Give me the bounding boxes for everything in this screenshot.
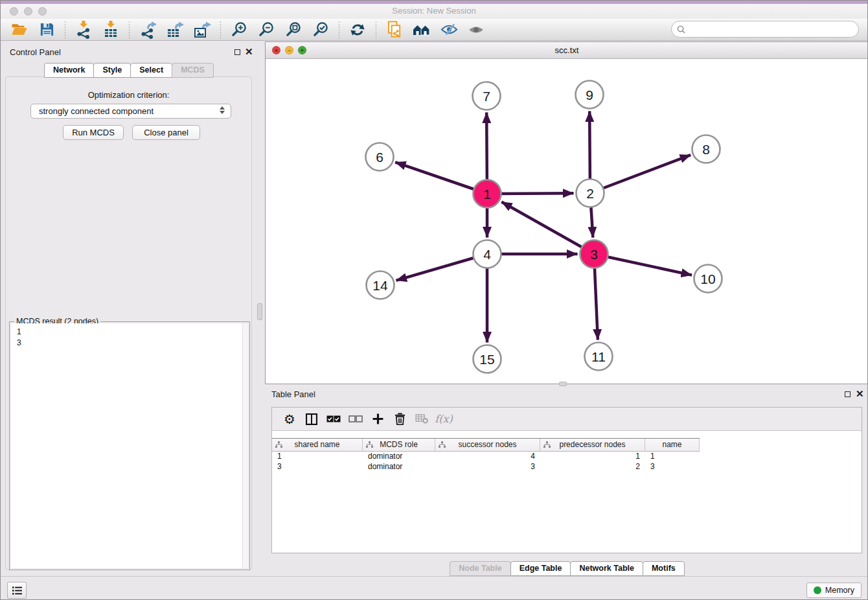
- column-header-MCDS-role[interactable]: MCDS role: [363, 439, 435, 452]
- control-panel-title: Control Panel: [10, 47, 61, 57]
- edge-2-8[interactable]: [590, 155, 691, 193]
- delete-table-icon: [411, 410, 433, 429]
- table-cell[interactable]: 1: [272, 451, 363, 461]
- table-cell[interactable]: 1: [645, 451, 700, 461]
- table-cell[interactable]: 3: [272, 461, 363, 472]
- select-all-checkboxes-icon[interactable]: [323, 410, 345, 429]
- refresh-network-icon[interactable]: [348, 21, 367, 39]
- tab-style[interactable]: Style: [93, 63, 131, 78]
- vertical-splitter-handle[interactable]: [257, 303, 262, 320]
- dropdown-stepper-icon: [220, 106, 225, 114]
- table-cell[interactable]: 1: [540, 451, 645, 461]
- table-row[interactable]: 1dominator411: [272, 451, 700, 461]
- close-panel-button[interactable]: Close panel: [132, 125, 200, 140]
- table-cell[interactable]: 4: [435, 451, 540, 461]
- tab-motifs[interactable]: Motifs: [643, 561, 685, 576]
- application-window: Session: New Session Control Panel ✕ Net…: [0, 0, 868, 600]
- mcds-result-text: 1 3: [11, 323, 248, 349]
- graph-node-label-7: 7: [483, 89, 490, 104]
- add-column-icon[interactable]: [367, 410, 389, 429]
- table-cell[interactable]: 2: [540, 461, 645, 472]
- search-box[interactable]: [671, 21, 859, 38]
- horizontal-splitter-handle[interactable]: [559, 382, 567, 386]
- toolbar-separator: [339, 21, 339, 38]
- zoom-fit-icon[interactable]: [284, 21, 303, 39]
- table-close-panel-icon[interactable]: ✕: [856, 390, 864, 397]
- dropdown-selected-value: strongly connected component: [39, 106, 154, 116]
- network-graph[interactable]: 7968124314101511: [266, 59, 868, 384]
- tab-network-table[interactable]: Network Table: [570, 561, 643, 576]
- search-icon: [677, 25, 685, 34]
- table-cell[interactable]: dominator: [363, 461, 435, 472]
- tab-network[interactable]: Network: [44, 63, 94, 78]
- table-panel-title: Table Panel: [271, 389, 315, 399]
- list-icon: [12, 586, 23, 595]
- float-panel-icon[interactable]: [234, 49, 240, 55]
- titlebar: Session: New Session: [1, 4, 867, 19]
- close-panel-icon[interactable]: ✕: [245, 48, 253, 55]
- optimization-criterion-dropdown[interactable]: strongly connected component: [30, 104, 231, 119]
- table-cell[interactable]: 3: [645, 461, 700, 472]
- open-session-icon[interactable]: [10, 21, 29, 39]
- deselect-all-checkboxes-icon[interactable]: [345, 410, 367, 429]
- graph-node-label-11: 11: [591, 349, 606, 364]
- tab-select[interactable]: Select: [130, 63, 172, 78]
- memory-button[interactable]: Memory: [806, 583, 862, 598]
- delete-column-icon[interactable]: [389, 410, 411, 429]
- table-float-panel-icon[interactable]: [845, 391, 851, 397]
- run-mcds-button[interactable]: Run MCDS: [63, 125, 124, 140]
- graph-node-label-3: 3: [590, 247, 598, 262]
- table-cell[interactable]: dominator: [363, 451, 435, 461]
- zoom-out-icon[interactable]: [257, 21, 276, 39]
- hide-details-eye-icon[interactable]: [439, 21, 459, 39]
- export-image-icon[interactable]: [192, 21, 212, 39]
- search-input[interactable]: [689, 24, 858, 35]
- mcds-result-area[interactable]: 1 3: [11, 323, 248, 568]
- result-scrollbar[interactable]: [242, 323, 248, 568]
- status-bar: Memory: [1, 576, 867, 600]
- network-view-window: × − + scc.txt 7968124314101511: [265, 41, 868, 384]
- export-network-icon[interactable]: [138, 21, 157, 39]
- graph-node-label-8: 8: [702, 142, 710, 157]
- tab-node-table[interactable]: Node Table: [450, 561, 510, 576]
- table-cell[interactable]: 3: [435, 461, 540, 472]
- edge-3-10[interactable]: [594, 254, 692, 275]
- node-table-container: ⚙ f(x) shared nameMCDS rolesuccessor nod…: [271, 407, 862, 553]
- toolbar-separator: [220, 21, 221, 38]
- column-layout-icon[interactable]: [301, 410, 323, 429]
- import-network-icon[interactable]: [74, 21, 93, 39]
- column-header-predecessor-nodes[interactable]: predecessor nodes: [540, 439, 645, 452]
- network-titlebar[interactable]: × − + scc.txt: [266, 42, 868, 59]
- function-builder-fx-icon: f(x): [433, 410, 455, 429]
- tab-mcds[interactable]: MCDS: [172, 63, 214, 78]
- table-settings-gear-icon[interactable]: ⚙: [279, 410, 301, 429]
- show-details-eye-icon[interactable]: [466, 21, 486, 39]
- table-panel: Table Panel ✕ ⚙ f(x) shared nameMCDS rol…: [265, 386, 868, 576]
- save-session-icon[interactable]: [37, 21, 56, 39]
- column-header-name[interactable]: name: [645, 439, 700, 452]
- export-table-icon[interactable]: [165, 21, 185, 39]
- control-panel: Control Panel ✕ NetworkStyleSelectMCDS O…: [1, 41, 257, 576]
- graph-node-label-6: 6: [376, 150, 383, 165]
- edge-3-1[interactable]: [501, 202, 594, 254]
- import-table-icon[interactable]: [101, 21, 120, 39]
- network-document-icon[interactable]: [385, 21, 404, 39]
- memory-label: Memory: [825, 586, 854, 595]
- table-tabs: Node TableEdge TableNetwork TableMotifs: [265, 561, 868, 576]
- graph-node-label-2: 2: [586, 186, 594, 201]
- tab-edge-table[interactable]: Edge Table: [510, 561, 571, 576]
- zoom-selected-icon[interactable]: [311, 21, 330, 39]
- column-header-shared-name[interactable]: shared name: [272, 439, 363, 452]
- table-row[interactable]: 3dominator323: [272, 461, 700, 472]
- network-canvas[interactable]: 7968124314101511: [266, 59, 868, 384]
- toolbar-separator: [376, 21, 376, 38]
- mcds-panel: Optimization criterion: strongly connect…: [5, 76, 252, 570]
- optimization-criterion-label: Optimization criterion:: [6, 90, 251, 100]
- column-header-successor-nodes[interactable]: successor nodes: [435, 439, 540, 452]
- zoom-in-icon[interactable]: [229, 21, 249, 39]
- graph-node-label-14: 14: [372, 278, 388, 293]
- table-toolbar: ⚙ f(x): [272, 408, 862, 431]
- task-history-button[interactable]: [7, 582, 27, 599]
- toolbar-separator: [65, 21, 65, 38]
- ndex-homes-icon[interactable]: [412, 21, 431, 39]
